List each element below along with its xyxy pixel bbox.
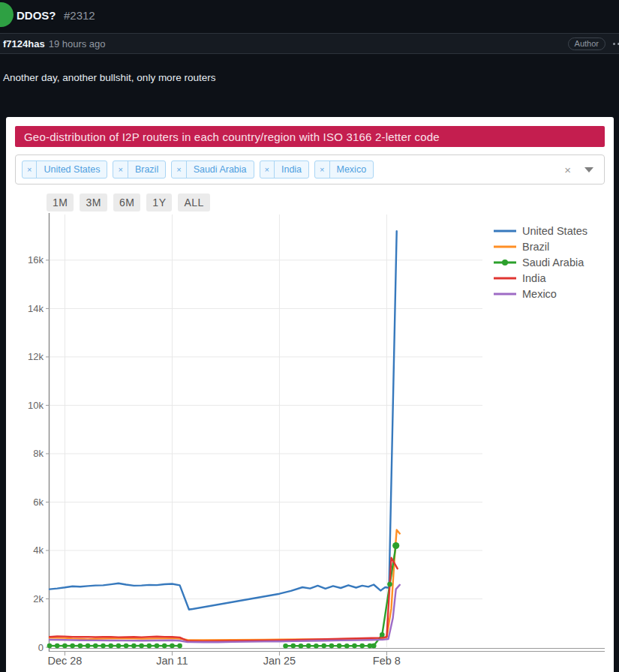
series-line-india [50, 558, 398, 641]
series-marker-saudi-arabia [55, 644, 60, 649]
legend-item-mexico[interactable]: Mexico [494, 288, 557, 300]
chart-title-banner: Geo-distribution of I2P routers in each … [15, 126, 605, 147]
series-marker-saudi-arabia [131, 644, 137, 649]
range-button-all[interactable]: ALL [178, 194, 209, 212]
series-marker-saudi-arabia [101, 644, 106, 649]
dropdown-caret-icon[interactable] [584, 167, 593, 172]
series-marker-saudi-arabia [155, 644, 160, 649]
tag-remove-icon[interactable]: × [260, 161, 275, 178]
series-marker-saudi-arabia [162, 644, 167, 649]
series-marker-saudi-arabia [124, 644, 129, 649]
series-marker-saudi-arabia [170, 644, 175, 649]
series-marker-saudi-arabia [321, 644, 326, 649]
y-tick-label: 2k [33, 593, 44, 604]
series-marker-saudi-arabia [62, 644, 68, 649]
issue-number: #2312 [64, 9, 95, 22]
embed-panel: Geo-distribution of I2P routers in each … [6, 117, 614, 672]
series-marker-saudi-arabia [380, 632, 385, 638]
tag-remove-icon[interactable]: × [113, 161, 128, 178]
series-marker-saudi-arabia [283, 644, 288, 649]
series-marker-saudi-arabia [344, 644, 350, 649]
comment-text: Another day, another bullshit, only more… [3, 72, 215, 83]
range-button-1m[interactable]: 1M [47, 194, 74, 212]
series-marker-saudi-arabia [70, 644, 75, 649]
tag-remove-icon[interactable]: × [172, 161, 186, 178]
y-tick-label: 12k [28, 351, 44, 362]
series-marker-saudi-arabia [371, 644, 377, 649]
kebab-menu-icon[interactable] [613, 43, 619, 45]
country-tag: ×Saudi Arabia [171, 160, 254, 178]
legend-label: Brazil [522, 241, 549, 253]
series-line-mexico [50, 585, 400, 642]
series-marker-saudi-arabia [299, 644, 304, 649]
tag-label: Brazil [128, 161, 165, 178]
comment-author[interactable]: f7124has [3, 38, 45, 50]
country-tag: ×Brazil [113, 160, 166, 178]
x-tick-label: Jan 25 [263, 655, 296, 667]
country-multiselect[interactable]: ×United States×Brazil×Saudi Arabia×India… [15, 154, 605, 184]
legend-item-brazil[interactable]: Brazil [494, 241, 549, 253]
y-tick-label: 16k [28, 254, 44, 266]
legend-item-saudi-arabia[interactable]: Saudi Arabia [494, 256, 584, 268]
series-marker-saudi-arabia [387, 582, 392, 587]
y-tick-label: 4k [33, 544, 44, 556]
series-marker-saudi-arabia [139, 644, 144, 649]
clear-all-icon[interactable]: × [564, 164, 571, 176]
series-marker-saudi-arabia [306, 644, 311, 649]
series-marker-saudi-arabia [329, 644, 335, 649]
series-marker-saudi-arabia [177, 644, 182, 649]
x-tick-label: Jan 11 [156, 655, 188, 667]
chart-area: 02k4k6k8k10k12k14k16kDec 282025Jan 11202… [15, 213, 605, 672]
tag-label: Mexico [330, 161, 374, 178]
series-line-united-states [50, 231, 397, 610]
legend-label: Saudi Arabia [522, 256, 584, 268]
issue-title: DDOS? [17, 9, 56, 22]
series-marker-saudi-arabia [93, 644, 98, 649]
y-tick-label: 8k [33, 448, 44, 459]
series-marker-saudi-arabia [392, 542, 399, 549]
legend-label: India [522, 272, 546, 284]
legend-marker-dot [502, 260, 508, 266]
y-tick-label: 14k [28, 303, 44, 314]
issue-open-status-icon [0, 2, 14, 27]
legend-label: Mexico [522, 288, 557, 300]
legend-item-india[interactable]: India [494, 272, 546, 284]
issue-title-row: DDOS? #2312 [0, 0, 619, 33]
country-tag: ×Mexico [314, 160, 374, 178]
series-marker-saudi-arabia [359, 644, 365, 649]
series-marker-saudi-arabia [116, 644, 122, 649]
tag-label: India [275, 161, 308, 178]
country-tag: ×India [260, 160, 310, 178]
series-marker-saudi-arabia [108, 644, 113, 649]
series-marker-saudi-arabia [291, 644, 296, 649]
series-marker-saudi-arabia [352, 644, 357, 649]
legend-label: United States [522, 225, 587, 237]
y-tick-label: 0 [38, 642, 44, 653]
legend-item-united-states[interactable]: United States [494, 225, 587, 237]
tag-remove-icon[interactable]: × [23, 161, 37, 178]
line-chart[interactable]: 02k4k6k8k10k12k14k16kDec 282025Jan 11202… [15, 213, 605, 672]
y-tick-label: 6k [33, 496, 44, 508]
country-tag: ×United States [22, 160, 107, 178]
series-marker-saudi-arabia [78, 644, 83, 649]
y-tick-label: 10k [28, 400, 44, 411]
author-badge: Author [568, 38, 605, 50]
series-marker-saudi-arabia [86, 644, 91, 649]
comment-body: Another day, another bullshit, only more… [0, 54, 619, 117]
series-marker-saudi-arabia [147, 644, 152, 649]
x-tick-label: Feb 8 [373, 655, 401, 667]
series-marker-saudi-arabia [314, 644, 319, 649]
tag-label: United States [37, 161, 107, 178]
time-range-buttons: 1M3M6M1YALL [47, 194, 605, 212]
selected-country-tags: ×United States×Brazil×Saudi Arabia×India… [22, 160, 564, 178]
range-button-6m[interactable]: 6M [113, 194, 140, 212]
series-marker-saudi-arabia [47, 644, 53, 649]
comment-header: f7124has 19 hours ago Author [0, 33, 619, 54]
range-button-1y[interactable]: 1Y [146, 194, 172, 212]
tag-label: Saudi Arabia [187, 161, 254, 178]
x-tick-label: Dec 28 [47, 655, 82, 667]
range-button-3m[interactable]: 3M [80, 194, 107, 212]
series-marker-saudi-arabia [337, 644, 342, 649]
comment-timestamp[interactable]: 19 hours ago [49, 38, 568, 50]
tag-remove-icon[interactable]: × [315, 161, 329, 178]
